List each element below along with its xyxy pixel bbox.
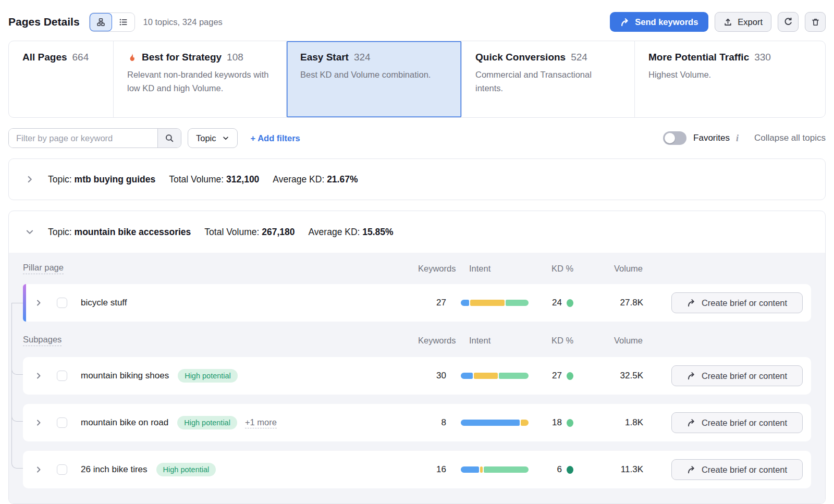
average-kd-value: 15.85% bbox=[362, 227, 393, 237]
topic-card-mtb-buying-guides: Topic: mtb buying guides Total Volume: 3… bbox=[8, 158, 826, 200]
add-filters-link[interactable]: + Add filters bbox=[251, 133, 300, 143]
top-bar: Pages Details bbox=[8, 0, 826, 41]
page-row-26-inch-bike-tires: 26 inch bike tires High potential 16 6 1… bbox=[23, 451, 811, 488]
create-brief-button[interactable]: Create brief or content bbox=[671, 365, 803, 386]
kd-dot bbox=[567, 372, 573, 380]
sitemap-icon bbox=[96, 18, 105, 27]
kd-value: 27 bbox=[543, 371, 562, 381]
create-brief-button[interactable]: Create brief or content bbox=[671, 292, 803, 313]
column-volume: Volume bbox=[613, 336, 665, 346]
keywords-count: 27 bbox=[410, 298, 446, 308]
kd-dot bbox=[567, 419, 573, 427]
high-potential-badge: High potential bbox=[156, 463, 216, 476]
list-icon bbox=[119, 18, 128, 27]
trash-icon bbox=[811, 18, 820, 27]
volume-value: 11.3K bbox=[605, 464, 657, 475]
pillar-page-label[interactable]: Pillar page bbox=[23, 263, 64, 274]
intent-segment bbox=[480, 466, 483, 473]
tree-connector-stub bbox=[11, 303, 23, 303]
more-badges-link[interactable]: +1 more bbox=[245, 417, 277, 428]
refresh-icon bbox=[783, 17, 793, 27]
column-keywords: Keywords bbox=[418, 264, 455, 274]
export-icon bbox=[723, 18, 732, 27]
intent-segment bbox=[499, 373, 529, 379]
send-arrow-icon bbox=[620, 18, 630, 27]
page-segment-tabs: All Pages 664 Best for Strategy 108 Rele… bbox=[8, 41, 826, 118]
page-name[interactable]: bicycle stuff bbox=[81, 298, 127, 308]
send-keywords-button[interactable]: Send keywords bbox=[610, 12, 708, 32]
filter-bar-right: Favorites i Collapse all topics bbox=[663, 131, 826, 145]
page-name[interactable]: 26 inch bike tires bbox=[81, 464, 148, 475]
pages-details-screen: Pages Details bbox=[0, 0, 834, 504]
intent-segment bbox=[521, 420, 529, 426]
subpages-label[interactable]: Subpages bbox=[23, 335, 62, 346]
topic-header[interactable]: Topic: mountain bike accessories Total V… bbox=[9, 211, 825, 253]
export-button[interactable]: Export bbox=[715, 12, 771, 32]
kd-dot bbox=[567, 466, 573, 474]
refresh-button[interactable] bbox=[778, 12, 799, 32]
chevron-right-icon[interactable] bbox=[25, 175, 34, 184]
search-icon bbox=[165, 133, 174, 143]
volume-value: 27.8K bbox=[605, 298, 657, 308]
favorites-toggle[interactable] bbox=[663, 131, 686, 145]
column-volume: Volume bbox=[613, 264, 665, 274]
row-checkbox[interactable] bbox=[57, 417, 67, 428]
page-row-mountain-biking-shoes: mountain biking shoes High potential 30 … bbox=[23, 357, 811, 395]
intent-bar bbox=[461, 420, 529, 426]
filter-input[interactable] bbox=[9, 129, 157, 147]
intent-segment bbox=[474, 373, 498, 379]
kd-value: 24 bbox=[543, 298, 562, 308]
expand-row-button[interactable] bbox=[33, 464, 44, 475]
total-volume-value: 267,180 bbox=[262, 227, 295, 237]
tree-connector-line bbox=[11, 303, 12, 463]
page-name[interactable]: mountain bike on road bbox=[81, 417, 168, 428]
high-potential-badge: High potential bbox=[178, 369, 238, 383]
kd-value: 18 bbox=[543, 417, 562, 428]
total-volume-value: 312,100 bbox=[226, 174, 259, 185]
intent-segment bbox=[461, 373, 473, 379]
favorites-label: Favorites bbox=[693, 133, 730, 143]
row-checkbox[interactable] bbox=[57, 371, 67, 381]
column-intent: Intent bbox=[469, 264, 537, 274]
column-kd: KD % bbox=[551, 336, 598, 346]
page-name[interactable]: mountain biking shoes bbox=[81, 371, 169, 381]
delete-button[interactable] bbox=[805, 12, 826, 32]
list-view-button[interactable] bbox=[112, 13, 134, 31]
volume-value: 32.5K bbox=[605, 371, 657, 381]
expand-row-button[interactable] bbox=[33, 417, 44, 428]
kd-value: 6 bbox=[543, 464, 562, 475]
volume-value: 1.8K bbox=[605, 417, 657, 428]
high-potential-badge: High potential bbox=[177, 416, 237, 429]
column-kd: KD % bbox=[551, 264, 598, 274]
pillar-header-row: Pillar page Keywords Intent KD % Volume bbox=[23, 261, 811, 276]
keywords-count: 16 bbox=[410, 464, 446, 475]
keywords-count: 30 bbox=[410, 371, 446, 381]
column-intent: Intent bbox=[469, 336, 537, 346]
tab-quick-conversions[interactable]: Quick Conversions 524 Commercial and Tra… bbox=[462, 41, 635, 117]
chevron-down-icon[interactable] bbox=[25, 227, 34, 237]
tab-easy-start[interactable]: Easy Start 324 Best KD and Volume combin… bbox=[287, 41, 462, 117]
info-icon[interactable]: i bbox=[736, 133, 739, 144]
expand-row-button[interactable] bbox=[33, 298, 44, 308]
topic-filter-dropdown[interactable]: Topic bbox=[188, 128, 238, 148]
tree-connector-elbow bbox=[11, 463, 23, 469]
tab-all-pages[interactable]: All Pages 664 bbox=[9, 41, 114, 117]
row-checkbox[interactable] bbox=[57, 298, 67, 308]
page-row-bicycle-stuff: bicycle stuff 27 24 27.8K Create brief o… bbox=[23, 284, 811, 322]
create-brief-button[interactable]: Create brief or content bbox=[671, 459, 803, 480]
topic-header[interactable]: Topic: mtb buying guides Total Volume: 3… bbox=[9, 159, 825, 200]
search-button[interactable] bbox=[157, 129, 181, 147]
topics-pages-summary: 10 topics, 324 pages bbox=[143, 17, 223, 27]
collapse-all-topics-link[interactable]: Collapse all topics bbox=[754, 133, 826, 143]
tab-best-for-strategy[interactable]: Best for Strategy 108 Relevant non-brand… bbox=[114, 41, 287, 117]
send-arrow-icon bbox=[687, 419, 696, 427]
send-arrow-icon bbox=[687, 465, 696, 474]
row-checkbox[interactable] bbox=[57, 464, 67, 475]
expand-row-button[interactable] bbox=[33, 371, 44, 381]
tab-more-potential-traffic[interactable]: More Potential Traffic 330 Highest Volum… bbox=[635, 41, 825, 117]
tree-view-button[interactable] bbox=[90, 13, 112, 31]
kd-dot bbox=[567, 299, 573, 307]
topbar-actions: Send keywords Export bbox=[610, 12, 826, 32]
create-brief-button[interactable]: Create brief or content bbox=[671, 412, 803, 433]
intent-segment bbox=[461, 420, 520, 426]
